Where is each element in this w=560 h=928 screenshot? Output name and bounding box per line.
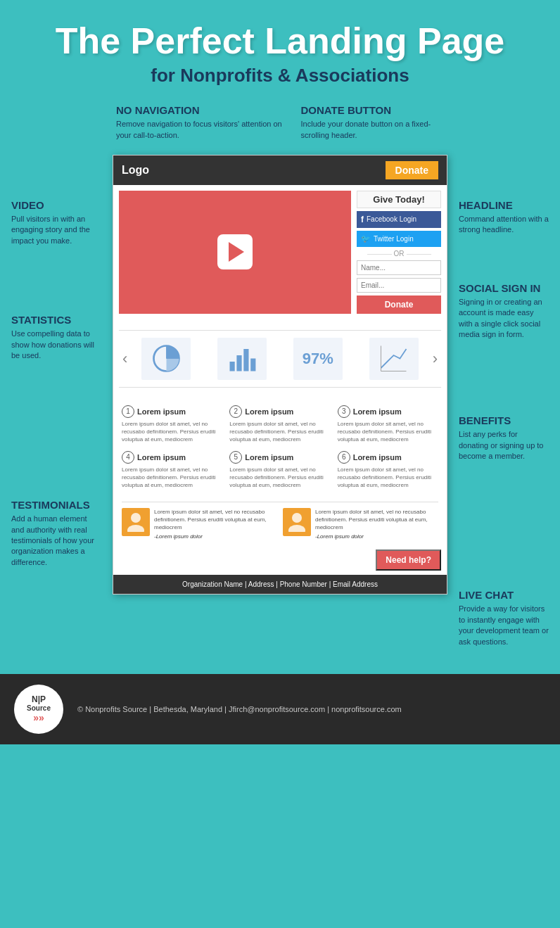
footer-logo-np: N|P	[27, 695, 51, 704]
svg-rect-5	[243, 349, 248, 371]
benefits-desc: List any perks for donating or signing u…	[459, 429, 549, 462]
benefit-5-title: Lorem ipsum	[245, 453, 293, 462]
statistics-annotation: STATISTICS Use compelling data to show h…	[7, 308, 106, 367]
footer-logo-arrow-icon: »»	[27, 712, 51, 723]
benefit-1-text: Lorem ipsum dolor sit amet, vel no recus…	[122, 420, 222, 444]
benefit-1-title: Lorem ipsum	[137, 407, 186, 416]
benefit-6-header: 6 Lorem ipsum	[338, 451, 438, 464]
benefit-3-header: 3 Lorem ipsum	[338, 405, 438, 418]
mockup-benefits: 1 Lorem ipsum Lorem ipsum dolor sit amet…	[113, 398, 447, 496]
stat-pie-chart	[141, 338, 191, 380]
mockup-header: Logo Donate	[113, 155, 447, 185]
mockup-statistics: ‹	[113, 319, 447, 398]
testimonials-desc: Add a human element and authority with r…	[11, 514, 101, 568]
svg-rect-4	[236, 355, 241, 371]
headline-annotation: HEADLINE Command attention with a strong…	[454, 193, 553, 241]
benefit-4: 4 Lorem ipsum Lorem ipsum dolor sit amet…	[122, 451, 222, 490]
stat-percent-value: 97%	[303, 350, 333, 368]
benefit-5-header: 5 Lorem ipsum	[229, 451, 330, 464]
video-desc: Pull visitors in with an engaging story …	[11, 214, 101, 246]
pie-chart-svg	[151, 343, 182, 374]
spacer-right	[454, 101, 553, 144]
twitter-login-label: Twitter Login	[374, 235, 414, 243]
benefit-2-number: 2	[229, 405, 242, 418]
stats-divider-bottom	[119, 387, 441, 388]
or-divider: OR	[357, 250, 441, 258]
benefit-4-number: 4	[122, 451, 134, 464]
mockup-website: Logo Donate Give Today! f Facebook Login	[113, 155, 447, 595]
benefit-1-number: 1	[122, 405, 134, 418]
name-input[interactable]	[357, 260, 441, 275]
benefits-title: BENEFITS	[459, 414, 549, 427]
testimonial-2-avatar	[283, 508, 311, 536]
avatar-2-icon	[288, 512, 305, 532]
play-button[interactable]	[217, 234, 253, 269]
headline-desc: Command attention with a strong headline…	[459, 214, 549, 236]
benefit-4-text: Lorem ipsum dolor sit amet, vel no recus…	[122, 466, 222, 490]
center-mockup: Logo Donate Give Today! f Facebook Login	[106, 155, 454, 653]
benefits-annotation: BENEFITS List any perks for donating or …	[454, 409, 553, 467]
stats-items: 97%	[131, 338, 428, 380]
testimonial-2-content: Lorem ipsum dolor sit amet, vel no recus…	[315, 508, 438, 540]
stat-bar-chart	[217, 338, 267, 380]
benefit-4-title: Lorem ipsum	[137, 453, 186, 462]
benefit-3-text: Lorem ipsum dolor sit amet, vel no recus…	[338, 420, 438, 444]
donate-button-annotation: DONATE BUTTON Include your donate button…	[298, 101, 447, 144]
mockup-video	[119, 191, 351, 314]
email-input[interactable]	[357, 278, 441, 293]
page-title: The Perfect Landing Page	[14, 21, 546, 61]
svg-rect-6	[250, 359, 255, 371]
headline-title: HEADLINE	[459, 199, 549, 212]
benefit-2: 2 Lorem ipsum Lorem ipsum dolor sit amet…	[229, 405, 330, 444]
need-help-button[interactable]: Need help?	[376, 549, 441, 571]
stats-divider-top	[119, 330, 441, 331]
twitter-login-button[interactable]: 🐦 Twitter Login	[357, 231, 441, 247]
left-annotations: VIDEO Pull visitors in with an engaging …	[7, 155, 106, 653]
facebook-login-button[interactable]: f Facebook Login	[357, 211, 441, 228]
form-donate-button[interactable]: Donate	[357, 295, 441, 314]
benefit-1: 1 Lorem ipsum Lorem ipsum dolor sit amet…	[122, 405, 222, 444]
video-title: VIDEO	[11, 199, 101, 212]
testimonial-1-avatar	[122, 508, 150, 536]
no-navigation-desc: Remove navigation to focus visitors' att…	[116, 119, 294, 141]
bar-chart-svg	[227, 343, 258, 374]
benefit-5-text: Lorem ipsum dolor sit amet, vel no recus…	[229, 466, 330, 490]
mockup-testimonials: Lorem ipsum dolor sit amet, vel no recus…	[113, 496, 447, 547]
svg-point-12	[288, 525, 305, 532]
benefit-1-header: 1 Lorem ipsum	[122, 405, 222, 418]
testimonials-annotation: TESTIMONIALS Add a human element and aut…	[7, 493, 106, 573]
mockup-donate-button[interactable]: Donate	[386, 161, 438, 179]
svg-point-11	[292, 513, 302, 523]
benefit-6-text: Lorem ipsum dolor sit amet, vel no recus…	[338, 466, 438, 490]
twitter-icon: 🐦	[361, 234, 371, 243]
main-content: VIDEO Pull visitors in with an engaging …	[0, 148, 560, 660]
avatar-1-icon	[127, 512, 144, 532]
svg-point-9	[131, 513, 141, 523]
carousel-right-arrow[interactable]: ›	[429, 350, 441, 368]
social-signin-annotation: SOCIAL SIGN IN Signing in or creating an…	[454, 277, 553, 346]
benefit-3: 3 Lorem ipsum Lorem ipsum dolor sit amet…	[338, 405, 438, 444]
live-chat-title: LIVE CHAT	[459, 589, 549, 602]
line-chart-svg	[378, 343, 409, 374]
video-annotation: VIDEO Pull visitors in with an engaging …	[7, 193, 106, 252]
live-chat-desc: Provide a way for visitors to instantly …	[459, 604, 549, 647]
social-signin-title: SOCIAL SIGN IN	[459, 282, 549, 295]
benefit-5-number: 5	[229, 451, 242, 464]
no-navigation-title: NO NAVIGATION	[116, 104, 294, 117]
testimonial-1-text: Lorem ipsum dolor sit amet, vel no recus…	[154, 508, 277, 532]
benefit-3-number: 3	[338, 405, 350, 418]
footer-logo: N|P Source »»	[14, 685, 63, 734]
top-annotations-row: NO NAVIGATION Remove navigation to focus…	[0, 101, 560, 144]
benefit-6-number: 6	[338, 451, 350, 464]
carousel-left-arrow[interactable]: ‹	[119, 350, 131, 368]
play-triangle-icon	[229, 242, 244, 262]
benefit-2-text: Lorem ipsum dolor sit amet, vel no recus…	[229, 420, 330, 444]
donate-button-desc: Include your donate button on a fixed-sc…	[301, 119, 444, 141]
spacer-left	[7, 101, 106, 144]
stats-carousel: ‹	[119, 334, 441, 383]
mockup-form: Give Today! f Facebook Login 🐦 Twitter L…	[357, 191, 441, 314]
stat-percent: 97%	[293, 338, 343, 380]
footer-logo-source: Source	[27, 704, 51, 712]
stat-line-chart	[369, 338, 419, 380]
benefit-4-header: 4 Lorem ipsum	[122, 451, 222, 464]
